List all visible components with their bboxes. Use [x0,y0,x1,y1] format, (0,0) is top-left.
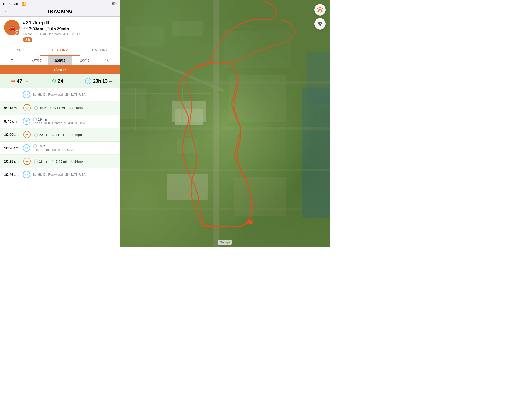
drive-dist-val-3: 7.45 mi [56,159,67,163]
page-title: TRACKING [47,9,73,14]
tabs: INFO HISTORY TIMELINE [0,45,120,56]
tab-history[interactable]: HISTORY [40,45,80,56]
drive-speed-val-2: 34mph [71,133,82,137]
drive-time-icon: ➡ [11,78,15,84]
vehicle-address: Colson St 13340, Dearborn, MI 48126, USA [23,32,116,36]
google-o2: o [224,241,226,244]
dist-stat-icon-1: ↻ [50,106,53,110]
park-time-unit: min [109,79,115,83]
summary-park-time: P 23h 13 min [80,74,120,88]
stop-address-3: 32B, Trenton, MI 48183, USA [33,148,117,152]
start-time: 7:33am [29,27,43,31]
drive-stats-1: 🕐 9min ↻ 5.11 mi ◎ 32mph [34,106,117,110]
wifi-icon: 📶 [21,2,26,6]
stop-address-1: Bondie Dr, Rockwood, MI 48173, USA [33,93,117,96]
drive-arrow-icon-3: ➡ [25,159,29,163]
stop-row-1: P Bondie Dr, Rockwood, MI 48173, USA [0,88,120,101]
summary-row: ➡ 47 min ↻ 24 mi P 23h 13 min [0,74,120,88]
stop-clock-icon-2: 🕐 [33,117,37,121]
drive-icon-wrap-1: ➡ [23,104,31,111]
distance-unit: mi [65,79,68,83]
park-time-value: 23h 13 [93,78,108,84]
drive-duration-val-1: 9min [39,106,46,110]
drive-row-2: 10:00am ➡ 🕐 20min ↻ 11 mi ◎ 34mph [0,128,120,142]
vehicle-info: #21 Jeep II start 7:33am 🕐 6h 29min Cols… [23,20,116,42]
time-badge: 2 h [23,37,32,42]
stop-detail-2: 🕐 19min Fort St 5400, Trenton, MI 48183,… [33,117,117,125]
drive-icon-wrap-2: ➡ [23,131,31,138]
duration-value: 6h 29min [51,27,69,31]
vehicle-avatar: 🚗 P [4,20,20,35]
carrier-label: No Service [3,2,20,6]
map-location-button[interactable] [314,18,326,30]
drive-time-2: 10:00am [4,132,20,137]
date-item-4[interactable]: 1/... [96,56,120,65]
vehicle-start: start 7:33am [23,27,43,31]
drive-time-unit: min [24,79,29,83]
stop-duration-row-2: 🕐 19min [33,117,117,121]
back-button[interactable]: ← [4,8,10,15]
speed-stat-icon-1: ◎ [69,106,71,110]
drive-stat-dist-3: ↻ 7.45 mi [52,159,67,163]
stop-row-4: 10:46am P Bondie Dr, Rockwood, MI 48173,… [0,168,120,181]
battery-label: 9% [112,2,117,5]
stop-p-icon-1: P [25,93,28,97]
summary-distance: ↻ 24 mi [40,74,80,88]
drive-stat-dist-1: ↻ 5.11 mi [50,106,65,110]
stop-icon-wrap-2: P [23,118,30,125]
parking-badge: P [15,30,20,35]
speed-stat-icon-2: ◎ [68,133,70,137]
stop-detail-3: 🕐 7min 32B, Trenton, MI 48183, USA [33,144,117,152]
stop-p-icon-3: P [25,146,28,150]
drive-stat-speed-1: ◎ 32mph [69,106,83,110]
speed-stat-icon-3: ◎ [70,159,73,163]
distance-icon: ↻ [52,78,56,84]
nav-bar: ← TRACKING [0,7,120,17]
stop-address-2: Fort St 5400, Trenton, MI 48183, USA [33,121,117,125]
clock-stat-icon-3: 🕐 [34,159,38,163]
drive-duration-val-2: 20min [39,133,48,137]
drive-row-1: 9:31am ➡ 🕐 9min ↻ 5.11 mi ◎ 32mph [0,101,120,115]
vehicle-time-row: start 7:33am 🕐 6h 29min [23,27,116,31]
stop-address-4: Bondie Dr, Rockwood, MI 48173, USA [33,173,117,176]
stop-time-3: 10:20am [4,146,20,150]
google-e: e [229,241,230,244]
map-layers-button[interactable] [314,4,326,16]
drive-time-1: 9:31am [4,106,20,110]
drive-speed-val-3: 24mph [74,159,85,163]
tab-timeline[interactable]: TIMELINE [80,45,120,56]
map-background [120,0,330,247]
date-item-2[interactable]: 1/28/17 [48,56,72,65]
park-time-icon: P [85,78,91,84]
vehicle-duration: 🕐 6h 29min [46,27,69,31]
drive-stat-speed-3: ◎ 24mph [70,159,85,163]
dist-stat-icon-2: ↻ [52,133,55,137]
date-item-0[interactable]: 7 [0,56,24,65]
drive-stat-speed-2: ◎ 34mph [68,133,82,137]
clock-stat-icon-2: 🕐 [34,133,38,137]
stop-time-4: 10:46am [4,172,20,177]
distance-value: 24 [58,78,63,84]
timeline-list: P Bondie Dr, Rockwood, MI 48173, USA 9:3… [0,88,120,247]
map-panel: 📍 Google [120,0,330,247]
stop-row-3: 10:20am P 🕐 7min 32B, Trenton, MI 48183,… [0,142,120,155]
stop-row-2: 9:40am P 🕐 19min Fort St 5400, Trenton, … [0,115,120,128]
tab-info[interactable]: INFO [0,45,40,56]
drive-time-3: 10:28am [4,159,20,163]
stop-icon-wrap-1: P [23,91,30,98]
date-strip: 7 1/27/17 1/28/17 1/29/17 1/... [0,56,120,65]
drive-stat-duration-1: 🕐 9min [34,106,46,110]
start-label: start [23,27,28,30]
clock-icon: 🕐 [46,27,50,31]
drive-arrow-icon-1: ➡ [25,106,29,110]
date-item-1[interactable]: 1/27/17 [24,56,48,65]
stop-clock-icon-3: 🕐 [33,144,37,148]
dist-stat-icon-3: ↻ [52,159,55,163]
drive-duration-val-3: 18min [39,159,48,163]
drive-stats-2: 🕐 20min ↻ 11 mi ◎ 34mph [34,133,117,137]
car-icon: 🚗 [9,24,16,31]
drive-stat-duration-3: 🕐 18min [34,159,48,163]
drive-dist-val-2: 11 mi [56,133,64,137]
date-item-3[interactable]: 1/29/17 [72,56,96,65]
status-bar: No Service 📶 9% [0,0,120,7]
